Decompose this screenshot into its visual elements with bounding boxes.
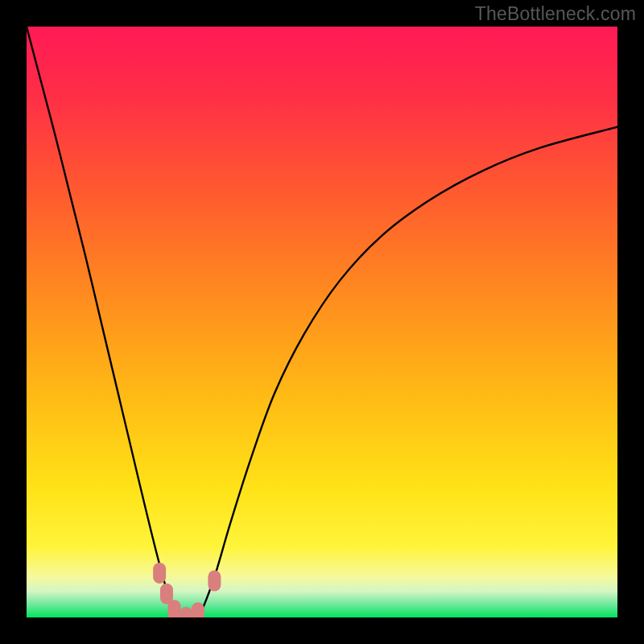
marker-dot xyxy=(168,600,181,617)
watermark-text: TheBottleneck.com xyxy=(475,3,636,25)
marker-dot xyxy=(208,570,221,591)
marker-dot xyxy=(192,602,204,617)
plot-area xyxy=(27,27,617,617)
bottleneck-curve xyxy=(27,27,617,617)
chart-frame: TheBottleneck.com xyxy=(0,0,644,644)
marker-dot xyxy=(180,607,192,617)
marker-dot xyxy=(153,563,166,584)
highlight-markers xyxy=(153,563,221,617)
